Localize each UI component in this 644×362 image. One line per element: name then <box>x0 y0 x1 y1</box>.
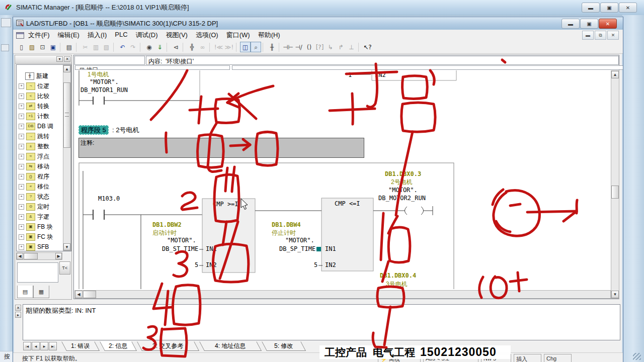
network-badge[interactable]: 程序段 5 <box>78 125 109 135</box>
tab-nav-button[interactable]: |◀ <box>23 342 31 350</box>
menu-item[interactable]: 帮助(H) <box>254 30 284 41</box>
expand-toggle-icon[interactable]: + <box>19 164 24 169</box>
sidebar-pin-button[interactable]: ▾ <box>56 56 63 62</box>
outer-maximize-button[interactable]: ▣ <box>600 3 618 13</box>
tree-horizontal-scrollbar[interactable]: ◀ ▶ <box>16 252 62 260</box>
tab-nav-button[interactable]: ▶ <box>40 342 48 350</box>
program-elements-tree[interactable]: ╫新建+¬位逻+<比较+⇄转换++1计数+DBDB 调+→跳转+±整数+≈浮点+… <box>16 64 71 251</box>
scroll-down-icon[interactable]: ▼ <box>63 243 70 250</box>
undo-icon[interactable]: ↶ <box>117 42 128 52</box>
expand-toggle-icon[interactable]: + <box>19 154 24 159</box>
tab-3: 交叉参考[interactable]: 3: 交叉参考 <box>137 341 199 351</box>
editor-horizontal-scrollbar[interactable]: ◀ <box>74 290 611 299</box>
declaration-pane-clipped[interactable] <box>232 65 623 70</box>
network-address-icon[interactable]: ╬ <box>187 42 197 52</box>
expand-toggle-icon[interactable]: + <box>19 234 24 240</box>
interface-pane-clipped[interactable]: ⊞ 接口 <box>75 65 230 70</box>
tab-program-elements[interactable]: ▤ <box>17 286 33 298</box>
inner-titlebar[interactable]: LAD/STL/FBD - [OB1 -- 顺启顺停\SIMATIC 300(1… <box>13 17 623 30</box>
expand-toggle-icon[interactable]: + <box>19 114 24 119</box>
document-system-icon[interactable] <box>16 32 24 39</box>
inner-maximize-button[interactable]: ▣ <box>580 19 598 29</box>
menu-item[interactable]: 窗口(W) <box>222 30 254 41</box>
expand-toggle-icon[interactable]: + <box>19 144 24 149</box>
menu-item[interactable]: 插入(I) <box>84 30 111 41</box>
help-select-icon[interactable]: ↖? <box>362 42 373 52</box>
tree-vertical-scrollbar[interactable]: ▲ ▼ <box>63 65 71 251</box>
scrollbar-thumb[interactable] <box>611 186 619 199</box>
connector-icon[interactable]: ⊥ <box>346 42 357 52</box>
contact-no-icon[interactable]: ⊣⊢ <box>283 42 293 52</box>
download-icon[interactable]: ⇓ <box>154 42 165 52</box>
panel-expand-button[interactable]: ▸ <box>15 312 21 318</box>
tab-1: 错误[interactable]: 1: 错误 <box>61 341 100 351</box>
goto-prev-error-icon[interactable]: !≪ <box>213 42 224 52</box>
split-view-icon[interactable]: ◫ <box>240 42 251 52</box>
expand-toggle-icon[interactable]: + <box>19 124 24 129</box>
redo-icon[interactable]: ↷ <box>128 42 138 52</box>
tab-nav-button[interactable]: ◀ <box>32 342 40 350</box>
close-branch-icon[interactable]: ↱ <box>336 42 346 52</box>
symbol-select-icon[interactable]: ⊲ <box>171 42 181 52</box>
menu-item[interactable]: 编辑(E) <box>54 30 84 41</box>
paste-icon[interactable]: ▧ <box>101 42 112 52</box>
scrollbar-thumb[interactable] <box>24 253 38 259</box>
resize-grip[interactable] <box>633 353 641 360</box>
menu-item[interactable]: 文件(F) <box>24 30 54 41</box>
call-structure-icon[interactable]: ◉ <box>144 42 154 52</box>
expand-toggle-icon[interactable]: + <box>19 214 24 220</box>
outer-minimize-button[interactable]: ▬ <box>582 3 600 13</box>
goto-next-error-icon[interactable]: ≫! <box>224 42 234 52</box>
message-box[interactable]: 期望的数据类型: IN: INT <box>23 304 620 340</box>
monitor-glasses-icon[interactable]: ∞ <box>197 42 208 52</box>
copy-icon[interactable]: ▥ <box>91 42 101 52</box>
child-close-button[interactable]: ✕ <box>607 31 619 40</box>
expand-toggle-icon[interactable]: + <box>19 244 24 250</box>
insert-element-button[interactable]: Ƭ< <box>59 261 70 275</box>
tab-2: 信息[interactable]: 2: 信息 <box>100 341 137 351</box>
menu-item[interactable]: 视图(V) <box>162 30 192 41</box>
expand-toggle-icon[interactable]: + <box>19 94 24 99</box>
scroll-up-icon[interactable]: ▲ <box>63 65 70 72</box>
child-restore-button[interactable]: ⧉ <box>595 31 606 40</box>
scroll-up-icon[interactable]: ▲ <box>611 71 619 78</box>
overview-icon[interactable]: ⌕ <box>251 42 261 52</box>
save-source-icon[interactable]: ⊡ <box>37 42 48 52</box>
tab-nav-button[interactable]: ▶| <box>49 342 57 350</box>
expand-toggle-icon[interactable]: + <box>19 224 24 230</box>
network-comment-bar[interactable]: 注释: <box>78 138 364 158</box>
inner-close-button[interactable]: ✕ <box>599 19 617 29</box>
scrollbar-thumb[interactable] <box>83 291 96 298</box>
expand-toggle-icon[interactable]: + <box>19 194 24 200</box>
inner-minimize-button[interactable]: ▬ <box>561 19 580 29</box>
contact-nc-icon[interactable]: ⊣/ <box>293 42 304 52</box>
tab-call-structure[interactable]: ▦ <box>33 286 49 298</box>
tab-5: 修改[interactable]: 5: 修改 <box>262 341 306 351</box>
save-icon[interactable]: ▣ <box>48 42 58 52</box>
expand-toggle-icon[interactable]: + <box>19 134 24 139</box>
scroll-left-icon[interactable]: ◀ <box>17 253 23 259</box>
print-icon[interactable]: ▤ <box>64 42 74 52</box>
menu-item[interactable]: PLC <box>111 30 131 41</box>
expand-toggle-icon[interactable]: + <box>19 204 24 210</box>
editor-vertical-scrollbar[interactable]: ▲ ▼ <box>611 70 619 299</box>
child-minimize-button[interactable]: ▬ <box>582 31 594 40</box>
scroll-right-icon[interactable]: ▶ <box>55 253 62 259</box>
coil-icon[interactable]: () <box>304 42 314 52</box>
scroll-down-icon[interactable]: ▼ <box>611 291 619 298</box>
outer-close-button[interactable]: ✕ <box>619 3 637 13</box>
expand-toggle-icon[interactable]: + <box>19 184 24 190</box>
open-branch-icon[interactable]: ↳ <box>325 42 336 52</box>
empty-box-icon[interactable]: [?] <box>314 42 325 52</box>
open-icon[interactable]: ▨ <box>27 42 37 52</box>
outer-titlebar[interactable]: SIMATIC Manager - [顺启顺停 -- E:\2018 01 VI… <box>0 0 644 16</box>
tab-4: 地址信息[interactable]: 4: 地址信息 <box>199 341 262 351</box>
ladder-canvas[interactable]: 程序段 5 : 2号电机 注释: 1号电机"MOTOR".DB_MOTOR1_R… <box>74 70 611 289</box>
sidebar-close-button[interactable]: ✕ <box>64 56 70 62</box>
expand-toggle-icon[interactable]: + <box>19 83 24 89</box>
cut-icon[interactable]: ✂ <box>80 42 91 52</box>
menu-item[interactable]: 选项(O) <box>192 30 222 41</box>
scroll-left-icon[interactable]: ◀ <box>75 291 83 298</box>
expand-toggle-icon[interactable]: + <box>19 104 24 109</box>
new-icon[interactable]: ▯ <box>16 42 27 52</box>
